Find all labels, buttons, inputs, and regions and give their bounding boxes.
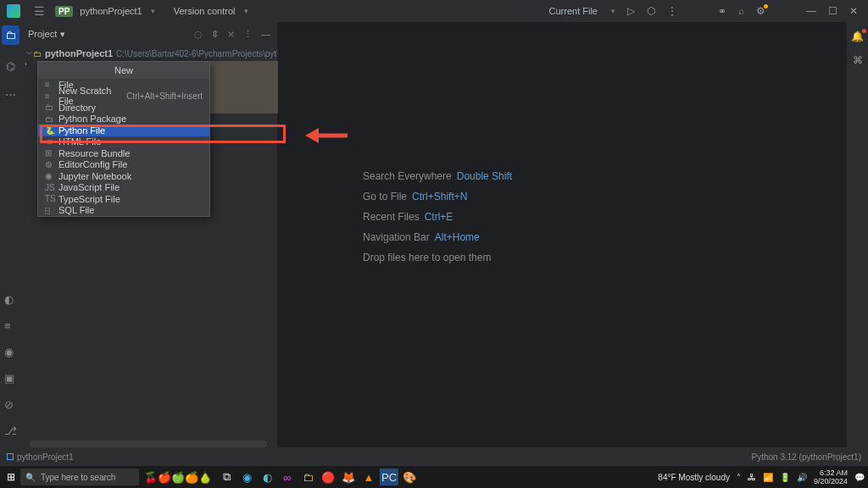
menu-item-typescript[interactable]: TSTypeScript File: [38, 193, 209, 205]
notifications-tray-icon[interactable]: 💬: [854, 473, 865, 482]
vlc-icon[interactable]: ▲: [359, 469, 378, 485]
menu-item-sql[interactable]: ⌸SQL File: [38, 205, 209, 217]
python-console-icon[interactable]: ◉: [4, 346, 17, 358]
network-icon[interactable]: 🖧: [748, 473, 756, 482]
html-icon: <>: [45, 137, 58, 147]
search-icon: 🔍: [25, 473, 36, 482]
close-icon[interactable]: ✕: [849, 5, 858, 17]
python-packages-icon[interactable]: ◐: [4, 293, 17, 306]
terminal-icon[interactable]: ▣: [4, 372, 17, 385]
ide-status-bar: pythonProject1 Python 3.12 (pythonProjec…: [0, 447, 868, 466]
hint-recent-label: Recent Files: [363, 207, 420, 227]
hint-gotofile-key: Ctrl+Shift+N: [412, 186, 467, 207]
breadcrumb-text[interactable]: pythonProject1: [17, 452, 74, 462]
notifications-icon[interactable]: 🔔: [851, 30, 864, 42]
project-root-name: pythonProject1: [45, 48, 113, 58]
menu-item-directory[interactable]: 🗀Directory: [38, 102, 209, 114]
menu-item-html-file[interactable]: <>HTML File: [38, 136, 209, 148]
version-control-menu[interactable]: Version control: [174, 6, 236, 16]
clock-widget[interactable]: 6:32 AM 9/20/2024: [814, 469, 848, 485]
menu-item-python-file[interactable]: 🐍Python File: [38, 125, 209, 136]
task-view-icon[interactable]: ⧉: [217, 469, 236, 485]
collapse-all-icon[interactable]: ⤫: [227, 29, 235, 40]
new-context-menu: New ≡File ≡New Scratch FileCtrl+Alt+Shif…: [37, 61, 210, 217]
search-icon[interactable]: ⌕: [738, 5, 744, 17]
wifi-icon[interactable]: 📶: [763, 473, 773, 482]
chevron-down-icon[interactable]: ▾: [244, 7, 248, 15]
left-tool-rail: 🗀 ⌬ ⋯ ◐ ≡ ◉ ▣ ⊘ ⎇: [0, 22, 21, 447]
code-with-me-icon[interactable]: ⚭: [718, 5, 726, 17]
folder-icon: 🗀: [45, 114, 58, 124]
run-icon[interactable]: ▷: [627, 5, 635, 17]
pycharm-logo-icon: [7, 4, 20, 18]
taskbar-search[interactable]: 🔍 Type here to search: [20, 469, 139, 485]
select-file-icon[interactable]: ◌: [194, 29, 203, 40]
menu-item-javascript[interactable]: JSJavaScript File: [38, 182, 209, 194]
sql-icon: ⌸: [45, 206, 58, 215]
minimize-icon[interactable]: —: [806, 5, 816, 17]
gear-icon: ⚙: [45, 160, 58, 169]
copilot-icon[interactable]: ◐: [258, 469, 276, 485]
breadcrumb-icon: [7, 453, 14, 460]
interpreter-label[interactable]: Python 3.12 (pythonProject1): [751, 452, 861, 462]
taskbar-widget-fruits[interactable]: 🍒🍎🍏🍊🍐: [144, 471, 212, 484]
settings-icon[interactable]: ⚙: [756, 5, 765, 17]
scratch-icon: ≡: [45, 92, 58, 101]
project-tool-icon[interactable]: 🗀: [2, 25, 19, 45]
chevron-down-icon[interactable]: ▾: [611, 7, 615, 15]
hint-search-label: Search Everywhere: [363, 166, 452, 186]
menu-item-editorconfig[interactable]: ⚙EditorConfig File: [38, 159, 209, 171]
pycharm-taskbar-icon[interactable]: PC: [380, 469, 398, 485]
horizontal-scrollbar[interactable]: [30, 441, 267, 447]
firefox-icon[interactable]: 🦊: [339, 469, 358, 485]
expand-arrow-icon[interactable]: ﹀: [26, 49, 33, 58]
hint-navbar-label: Navigation Bar: [363, 227, 430, 247]
expand-all-icon[interactable]: ⇕: [211, 29, 219, 40]
project-root-path: C:\Users\Bartar402-6\PycharmProjects\pyt…: [116, 49, 277, 58]
right-tool-rail: 🔔 ⌘: [847, 22, 868, 447]
ide-titlebar: ☰ PP pythonProject1 ▾ Version control ▾ …: [0, 0, 868, 22]
paint-icon[interactable]: 🎨: [400, 469, 419, 485]
menu-item-scratch-file[interactable]: ≡New Scratch FileCtrl+Alt+Shift+Insert: [38, 91, 209, 103]
tray-up-icon[interactable]: ˄: [737, 473, 741, 482]
python-icon: 🐍: [45, 125, 58, 135]
ai-assistant-icon[interactable]: ⌘: [853, 54, 863, 66]
battery-icon[interactable]: 🔋: [780, 473, 790, 482]
app-icon[interactable]: ∞: [278, 469, 297, 485]
more-icon[interactable]: ⋮: [667, 5, 677, 17]
menu-item-python-package[interactable]: 🗀Python Package: [38, 114, 209, 125]
menu-item-resource-bundle[interactable]: ⊞Resource Bundle: [38, 147, 209, 159]
hide-panel-icon[interactable]: —: [261, 29, 270, 40]
folder-icon: 🗀: [45, 103, 58, 112]
chrome-icon[interactable]: 🔴: [319, 469, 337, 485]
debug-icon[interactable]: ⬡: [647, 5, 655, 17]
project-panel-title[interactable]: Project: [28, 29, 57, 39]
weather-widget[interactable]: 84°F Mostly cloudy: [658, 473, 730, 482]
ts-icon: TS: [45, 194, 58, 203]
editor-area[interactable]: Search Everywhere Double Shift Go to Fil…: [278, 22, 868, 447]
chevron-down-icon[interactable]: ▾: [60, 29, 65, 40]
problems-icon[interactable]: ⊘: [4, 398, 17, 411]
maximize-icon[interactable]: ☐: [828, 5, 837, 17]
structure-tool-icon[interactable]: ⌬: [6, 60, 15, 73]
jupyter-icon: ◉: [45, 171, 58, 180]
edge-icon[interactable]: ◉: [237, 469, 256, 485]
project-name-label[interactable]: pythonProject1: [80, 6, 142, 16]
hint-drop-label: Drop files here to open them: [363, 247, 491, 268]
explorer-icon[interactable]: 🗀: [298, 469, 317, 485]
panel-options-icon[interactable]: ⋮: [243, 29, 253, 40]
menu-item-jupyter[interactable]: ◉Jupyter Notebook: [38, 170, 209, 182]
main-menu-icon[interactable]: ☰: [31, 4, 48, 18]
expand-arrow-icon[interactable]: ›: [25, 60, 35, 68]
git-icon[interactable]: ⎇: [4, 424, 17, 437]
chevron-down-icon[interactable]: ▾: [151, 7, 155, 15]
more-tools-icon[interactable]: ⋯: [5, 88, 16, 101]
services-icon[interactable]: ≡: [4, 319, 17, 332]
hint-recent-key: Ctrl+E: [425, 207, 453, 227]
current-file-label[interactable]: Current File: [549, 6, 598, 16]
js-icon: JS: [45, 183, 58, 192]
file-icon: ≡: [45, 80, 58, 89]
project-root-row[interactable]: ﹀ 🗀 pythonProject1 C:\Users\Bartar402-6\…: [21, 47, 277, 59]
start-button[interactable]: ⊞: [3, 469, 19, 485]
volume-icon[interactable]: 🔊: [797, 473, 807, 482]
